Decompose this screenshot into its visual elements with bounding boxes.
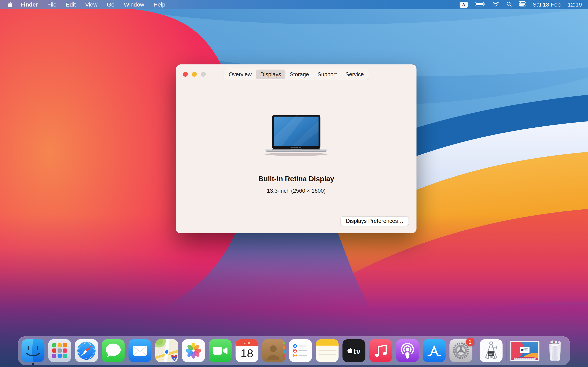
about-this-mac-window: OverviewDisplaysStorageSupportService xyxy=(176,64,416,233)
menu-window[interactable]: Window xyxy=(119,1,149,8)
display-spec-text: 13.3-inch (2560 × 1600) xyxy=(176,188,416,194)
dock-item-photos[interactable] xyxy=(182,339,205,363)
dock-item-podcasts[interactable] xyxy=(396,339,419,363)
dock-divider xyxy=(476,340,476,361)
dock-item-mail[interactable] xyxy=(128,339,152,363)
input-source-indicator[interactable]: A xyxy=(459,2,468,8)
tab-support[interactable]: Support xyxy=(313,69,341,79)
control-center-icon[interactable] xyxy=(519,1,526,8)
dock-item-facetime[interactable] xyxy=(208,339,232,363)
displays-preferences-button[interactable]: Displays Preferences… xyxy=(341,216,409,226)
minimize-button[interactable] xyxy=(192,72,197,77)
menu-view[interactable]: View xyxy=(80,1,102,8)
window-titlebar[interactable]: OverviewDisplaysStorageSupportService xyxy=(176,64,416,84)
display-name-title: Built-in Retina Display xyxy=(176,175,416,183)
displays-pane: MacBook Pro Built-in Retina Display 13.3… xyxy=(176,84,416,233)
battery-icon[interactable] xyxy=(475,1,485,8)
menu-finder[interactable]: Finder xyxy=(16,1,43,8)
spotlight-icon[interactable] xyxy=(506,1,512,8)
menu-bar-left: FinderFileEditViewGoWindowHelp xyxy=(6,1,170,8)
apple-menu-icon[interactable] xyxy=(8,2,12,8)
menu-edit[interactable]: Edit xyxy=(61,1,80,8)
window-tab-bar: OverviewDisplaysStorageSupportService xyxy=(224,69,369,80)
dock-item-safari[interactable] xyxy=(75,339,98,363)
desktop: FinderFileEditViewGoWindowHelp A Sat 18 … xyxy=(0,0,588,367)
menu-file[interactable]: File xyxy=(43,1,61,8)
dock-item-tv[interactable]: tv xyxy=(342,339,366,363)
dock-item-maps[interactable]: 280 xyxy=(155,339,179,363)
zoom-button[interactable] xyxy=(201,72,206,77)
notification-badge: 1 xyxy=(466,338,475,346)
menu-help[interactable]: Help xyxy=(149,1,170,8)
menu-bar-clock[interactable]: 12:19 xyxy=(568,1,582,8)
tab-displays[interactable]: Displays xyxy=(256,69,285,79)
dock-item-system-information[interactable] xyxy=(479,339,503,363)
tab-overview[interactable]: Overview xyxy=(224,69,256,79)
svg-text:280: 280 xyxy=(172,357,176,360)
dock-item-minimized-window[interactable] xyxy=(510,339,540,363)
dock-item-notes[interactable] xyxy=(315,339,339,363)
svg-text:FEB: FEB xyxy=(243,341,250,345)
close-button[interactable] xyxy=(183,72,188,77)
dock-item-finder[interactable] xyxy=(21,339,45,363)
dock-item-messages[interactable] xyxy=(102,339,125,363)
dock-item-system-preferences[interactable]: 1 xyxy=(449,339,473,363)
svg-text:18: 18 xyxy=(241,347,253,360)
dock-item-calendar[interactable]: FEB18 xyxy=(235,339,259,363)
wifi-icon[interactable] xyxy=(492,1,499,8)
menu-bar-status: A Sat 18 Feb 12:19 xyxy=(459,1,582,8)
menu-bar: FinderFileEditViewGoWindowHelp A Sat 18 … xyxy=(0,0,588,9)
tab-storage[interactable]: Storage xyxy=(285,69,313,79)
dock-item-reminders[interactable] xyxy=(289,339,312,363)
dock-item-app-store[interactable] xyxy=(423,339,446,363)
menu-go[interactable]: Go xyxy=(102,1,119,8)
dock-item-contacts[interactable] xyxy=(262,339,286,363)
dock: 280FEB18tv1 xyxy=(18,336,570,365)
traffic-lights xyxy=(183,72,206,77)
svg-text:tv: tv xyxy=(354,347,361,356)
dock-item-trash[interactable] xyxy=(543,339,567,363)
dock-divider xyxy=(506,340,507,361)
tab-service[interactable]: Service xyxy=(341,69,368,79)
running-indicator xyxy=(32,363,34,365)
laptop-model-label: MacBook Pro xyxy=(291,147,301,149)
menu-bar-date[interactable]: Sat 18 Feb xyxy=(533,1,561,8)
dock-item-music[interactable] xyxy=(369,339,393,363)
app-menus: FinderFileEditViewGoWindowHelp xyxy=(16,1,170,8)
macbook-illustration: MacBook Pro xyxy=(263,114,330,160)
dock-item-launchpad[interactable] xyxy=(48,339,72,363)
svg-text:A: A xyxy=(462,2,465,7)
